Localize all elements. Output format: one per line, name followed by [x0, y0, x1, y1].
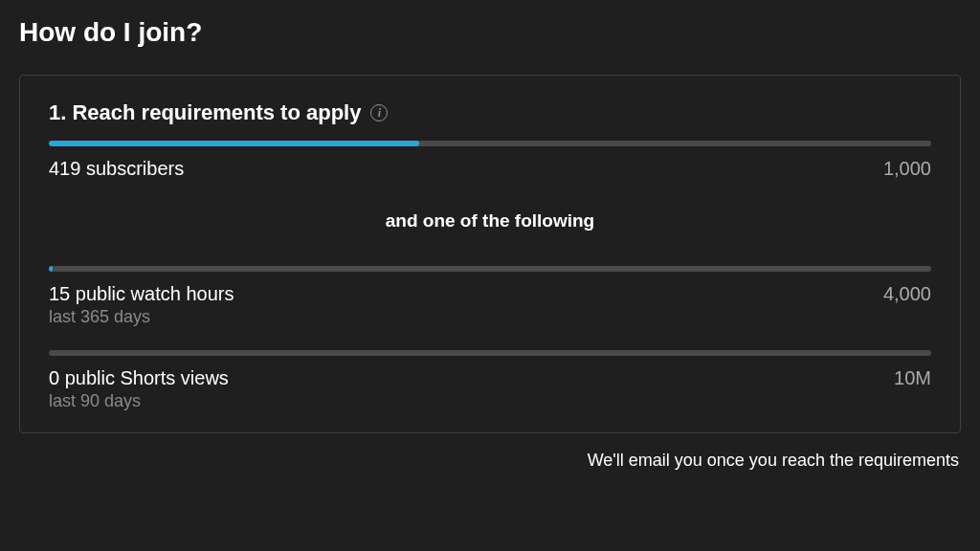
subscribers-current: 419 subscribers: [49, 158, 184, 180]
requirements-heading: 1. Reach requirements to apply: [49, 100, 361, 125]
subscribers-progress-fill: [49, 141, 419, 146]
divider-text: and one of the following: [49, 210, 931, 231]
shorts-views-progress-bar: [49, 350, 931, 356]
subscribers-row: 419 subscribers 1,000: [49, 158, 931, 180]
subscribers-target: 1,000: [883, 158, 931, 180]
shorts-views-row: 0 public Shorts views last 90 days 10M: [49, 367, 931, 411]
subscribers-progress-bar: [49, 141, 931, 146]
page-title: How do I join?: [19, 17, 961, 48]
watch-hours-row: 15 public watch hours last 365 days 4,00…: [49, 283, 931, 327]
requirements-header: 1. Reach requirements to apply i: [49, 100, 931, 125]
watch-hours-progress-bar: [49, 266, 931, 272]
watch-hours-target: 4,000: [883, 283, 931, 305]
shorts-views-current: 0 public Shorts views: [49, 367, 229, 389]
info-icon[interactable]: i: [370, 104, 388, 121]
shorts-views-target: 10M: [894, 367, 931, 389]
shorts-views-period: last 90 days: [49, 391, 229, 411]
requirements-card: 1. Reach requirements to apply i 419 sub…: [19, 75, 961, 433]
watch-hours-progress-fill: [49, 266, 53, 272]
watch-hours-current: 15 public watch hours: [49, 283, 234, 305]
footer-note: We'll email you once you reach the requi…: [19, 451, 961, 471]
watch-hours-period: last 365 days: [49, 307, 234, 327]
